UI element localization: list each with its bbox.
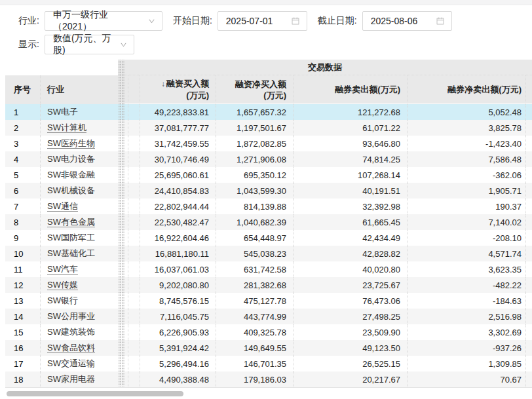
industry-link[interactable]: SW通信 <box>47 200 78 212</box>
industry-cell[interactable]: SW非银金融 <box>41 167 118 183</box>
table-row[interactable]: 4 SW电力设备 30,710,746.49 1,271,906.08 74,8… <box>5 151 532 167</box>
col-header-index: 序号 <box>5 75 41 104</box>
securities-sell-value: 32,392.98 <box>294 199 408 214</box>
industry-link[interactable]: SW交通运输 <box>47 358 95 370</box>
industry-cell[interactable]: SW电子 <box>41 104 118 120</box>
spacer-cell <box>128 199 140 214</box>
industry-label: 行业: <box>18 15 39 27</box>
industry-link[interactable]: SW电子 <box>47 106 78 118</box>
industry-link[interactable]: SW计算机 <box>47 122 86 134</box>
industry-cell[interactable]: SW汽车 <box>41 261 118 277</box>
column-resize-handle[interactable] <box>118 60 125 387</box>
securities-net-sell-value: 3,623.35 <box>408 261 526 277</box>
table-row[interactable]: 6 SW机械设备 24,410,854.83 1,043,599.30 40,1… <box>5 183 532 199</box>
table-row[interactable]: 7 SW通信 22,802,944.44 814,139.88 32,392.9… <box>5 199 532 214</box>
table-row[interactable]: 5 SW非银金融 25,695,060.61 695,350.12 107,26… <box>5 167 532 183</box>
col-header-securities-sell[interactable]: 融券卖出额(万元) <box>294 75 408 104</box>
financing-net-buy-value: 1,271,906.08 <box>216 151 294 167</box>
industry-link[interactable]: SW食品饮料 <box>47 342 95 354</box>
financing-buy-value: 22,802,944.44 <box>140 199 216 214</box>
financing-buy-value: 31,742,459.55 <box>140 136 216 151</box>
col-header-financing-buy[interactable]: ↓融资买入额 (万元) <box>140 75 216 104</box>
financing-net-buy-value: 814,139.88 <box>216 199 294 214</box>
industry-cell[interactable]: SW交通运输 <box>41 356 118 371</box>
financing-net-buy-value: 631,742.58 <box>216 261 294 277</box>
industry-link[interactable]: SW国防军工 <box>47 232 95 244</box>
industry-link[interactable]: SW公用事业 <box>47 311 95 322</box>
spacer-cell <box>128 293 140 309</box>
industry-link[interactable]: SW银行 <box>47 295 78 307</box>
industry-link[interactable]: SW非银金融 <box>47 169 95 181</box>
financing-buy-value: 5,296,494.16 <box>140 356 216 371</box>
industry-cell[interactable]: SW通信 <box>41 199 118 214</box>
table-row[interactable]: 15 SW建筑装饰 6,226,905.93 409,325.78 23,509… <box>5 324 532 340</box>
industry-link[interactable]: SW汽车 <box>47 263 78 275</box>
table-row[interactable]: 9 SW国防军工 16,922,604.46 654,448.97 42,434… <box>5 230 532 246</box>
industry-cell[interactable]: SW家用电器 <box>41 371 118 387</box>
row-index: 1 <box>5 104 41 120</box>
table-row[interactable]: 10 SW基础化工 16,881,180.11 545,038.23 42,82… <box>5 246 532 261</box>
industry-cell[interactable]: SW公用事业 <box>41 309 118 324</box>
industry-cell[interactable]: SW有色金属 <box>41 214 118 230</box>
chevron-down-icon[interactable] <box>120 41 127 48</box>
industry-cell[interactable]: SW医药生物 <box>41 136 118 151</box>
start-date-input[interactable]: 2025-07-01 <box>218 11 307 31</box>
securities-net-sell-value: 70.67 <box>408 371 526 387</box>
industry-cell[interactable]: SW银行 <box>41 293 118 309</box>
industry-cell[interactable]: SW国防军工 <box>41 230 118 246</box>
table-row[interactable]: 18 SW家用电器 4,490,388.48 179,186.03 20,217… <box>5 371 532 387</box>
col-header-securities-net-sell[interactable]: 融券净卖出额(万元) <box>408 75 526 104</box>
sort-descending-icon[interactable]: ↓ <box>161 79 165 88</box>
industry-link[interactable]: SW家用电器 <box>47 373 95 385</box>
next-column-sliver-cell <box>526 293 532 309</box>
row-index: 18 <box>5 371 41 387</box>
industry-cell[interactable]: SW计算机 <box>41 120 118 136</box>
display-select[interactable]: 数值(万元、万股) <box>45 35 134 54</box>
industry-link[interactable]: SW电力设备 <box>47 153 95 165</box>
end-date-input[interactable]: 2025-08-06 <box>362 11 452 31</box>
row-index: 15 <box>5 324 41 340</box>
industry-link[interactable]: SW基础化工 <box>47 248 95 259</box>
securities-net-sell-value: 7,586.48 <box>408 151 526 167</box>
industry-cell[interactable]: SW传媒 <box>41 277 118 293</box>
table-row[interactable]: 11 SW汽车 16,037,061.03 631,742.58 40,020.… <box>5 261 532 277</box>
industry-select[interactable]: 申万一级行业（2021） <box>45 11 162 31</box>
financing-buy-value: 25,695,060.61 <box>140 167 216 183</box>
industry-cell[interactable]: SW建筑装饰 <box>41 324 118 340</box>
spacer-column <box>128 75 140 104</box>
financing-net-buy-value: 179,186.03 <box>216 371 294 387</box>
next-column-sliver-cell <box>526 136 532 151</box>
data-table: 序号 行业 交易数据 ↓融资买入额 (万元) 融资净买入额 (万元) 融券卖出额 <box>5 60 532 388</box>
industry-link[interactable]: SW有色金属 <box>47 216 95 228</box>
table-row[interactable]: 12 SW传媒 9,202,080.80 281,382.68 23,725.6… <box>5 277 532 293</box>
calendar-icon[interactable] <box>436 16 445 26</box>
chevron-down-icon[interactable] <box>148 18 155 25</box>
industry-cell[interactable]: SW食品饮料 <box>41 340 118 356</box>
industry-link[interactable]: SW医药生物 <box>47 138 95 149</box>
table-row[interactable]: 1 SW电子 49,223,833.81 1,657,657.32 121,27… <box>5 104 532 120</box>
spacer-cell <box>128 277 140 293</box>
industry-link[interactable]: SW传媒 <box>47 279 78 291</box>
table-row[interactable]: 17 SW交通运输 5,296,494.16 146,701.35 26,525… <box>5 356 532 371</box>
table-row[interactable]: 14 SW公用事业 7,116,045.75 443,774.99 27,498… <box>5 309 532 324</box>
row-index: 2 <box>5 120 41 136</box>
table-row[interactable]: 8 SW有色金属 22,530,482.47 1,040,682.39 61,6… <box>5 214 532 230</box>
group-header-trading-data: 交易数据 <box>118 60 532 75</box>
calendar-icon[interactable] <box>291 16 300 26</box>
industry-cell[interactable]: SW机械设备 <box>41 183 118 199</box>
table-row[interactable]: 16 SW食品饮料 5,391,924.42 149,649.55 49,123… <box>5 340 532 356</box>
industry-link[interactable]: SW建筑装饰 <box>47 326 95 338</box>
securities-net-sell-value: -937.26 <box>408 340 526 356</box>
industry-link[interactable]: SW机械设备 <box>47 185 95 197</box>
financing-net-buy-value: 654,448.97 <box>216 230 294 246</box>
industry-cell[interactable]: SW基础化工 <box>41 246 118 261</box>
next-column-sliver-cell <box>526 214 532 230</box>
table-row[interactable]: 13 SW银行 8,745,576.15 475,127.78 76,473.0… <box>5 293 532 309</box>
industry-cell[interactable]: SW电力设备 <box>41 151 118 167</box>
table-row[interactable]: 3 SW医药生物 31,742,459.55 1,872,082.85 93,6… <box>5 136 532 151</box>
financing-buy-value: 49,223,833.81 <box>140 104 216 120</box>
next-column-sliver-cell <box>526 246 532 261</box>
table-row[interactable]: 2 SW计算机 37,081,777.77 1,197,501.67 61,07… <box>5 120 532 136</box>
col-header-financing-net-buy[interactable]: 融资净买入额 (万元) <box>216 75 294 104</box>
horizontal-scrollbar-thumb[interactable] <box>7 391 183 396</box>
